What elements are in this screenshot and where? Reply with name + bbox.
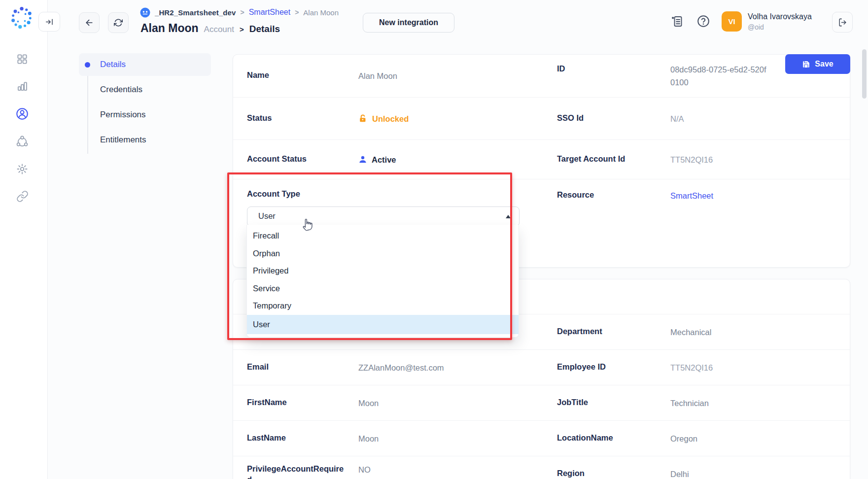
dropdown-option-orphan[interactable]: Orphan xyxy=(247,245,519,263)
field-label-status: Status xyxy=(247,112,358,123)
logout-icon xyxy=(838,18,847,27)
user-avatar[interactable]: VI xyxy=(722,11,742,32)
tab-details[interactable]: Details xyxy=(79,53,211,76)
dropdown-option-privileged[interactable]: Privileged xyxy=(247,262,519,280)
field-value-id-line2: 0100 xyxy=(670,76,766,89)
breadcrumb-separator: > xyxy=(240,8,244,16)
field-value-status: Unlocked xyxy=(372,112,409,125)
save-button[interactable]: Save xyxy=(785,54,850,74)
field-value-sso: N/A xyxy=(670,112,684,125)
user-circle-icon xyxy=(15,107,29,121)
field-label-region: Region xyxy=(557,468,670,479)
dropdown-option-service[interactable]: Service xyxy=(247,280,519,298)
table-row: FirstName Moon JobTitle Technician xyxy=(233,385,850,421)
icon-rail xyxy=(0,0,48,479)
field-value-firstname: Moon xyxy=(358,397,379,410)
grid-icon xyxy=(16,53,29,66)
sidebar-item-reports[interactable] xyxy=(15,79,29,93)
field-value-department: Mechanical xyxy=(670,326,711,339)
field-label-lastname: LastName xyxy=(247,432,358,443)
breadcrumb-resource-link[interactable]: SmartSheet xyxy=(249,8,290,17)
sidebar-item-dashboard[interactable] xyxy=(15,52,29,66)
field-label-employee-id: Employee ID xyxy=(557,361,670,372)
account-type-select[interactable]: User xyxy=(247,206,520,225)
help-button[interactable] xyxy=(696,14,711,29)
table-row: Email ZZAlanMoon@test.com Employee ID TT… xyxy=(233,350,850,385)
dropdown-option-temporary[interactable]: Temporary xyxy=(247,297,519,315)
field-value-resource-link[interactable]: SmartSheet xyxy=(670,189,713,202)
new-integration-button[interactable]: New integration xyxy=(363,13,454,33)
sidebar-item-accounts[interactable] xyxy=(15,107,29,121)
unlock-icon xyxy=(358,114,368,123)
section-title: Details xyxy=(249,24,280,34)
nav-item-label: Permissions xyxy=(100,110,146,120)
app-screen: _HR2_Smartsheet_dev > SmartSheet > Alan … xyxy=(0,0,868,479)
table-row: Name Alan Moon ID 08dc95d8-0725-e5d2-520… xyxy=(233,55,850,98)
sidebar-item-integrations[interactable] xyxy=(15,135,29,148)
collapse-arrow-icon xyxy=(45,17,54,27)
hub-network-icon xyxy=(16,135,29,148)
user-handle: @oid xyxy=(748,23,764,31)
link-icon xyxy=(16,190,29,203)
table-row: PrivilegeAccountRequired NO Region Delhi xyxy=(233,456,850,479)
field-value-email: ZZAlanMoon@test.com xyxy=(358,361,444,374)
field-label-name: Name xyxy=(247,69,358,80)
sidebar-item-links[interactable] xyxy=(15,189,29,203)
field-value-region: Delhi xyxy=(670,468,689,479)
audit-log-button[interactable] xyxy=(669,14,684,29)
refresh-button[interactable] xyxy=(108,12,129,33)
user-name: Volha Ivarovskaya xyxy=(748,12,812,21)
account-name-title: Alan Moon xyxy=(140,22,199,35)
field-label-email: Email xyxy=(247,361,358,372)
tab-credentials[interactable]: Credentials xyxy=(79,78,211,101)
tab-entitlements[interactable]: Entitlements xyxy=(79,129,211,151)
breadcrumb-account: Alan Moon xyxy=(303,8,339,17)
sidebar-item-settings[interactable] xyxy=(15,162,29,176)
field-label-privilege-account-required: PrivilegeAccountRequired xyxy=(247,463,346,479)
integration-badge-icon xyxy=(140,7,150,18)
collapse-sidebar-button[interactable] xyxy=(38,12,60,32)
table-row: Account Status Active Target Account Id … xyxy=(233,140,850,179)
account-context-label: Account xyxy=(204,25,234,34)
back-arrow-icon xyxy=(84,18,94,28)
logout-button[interactable] xyxy=(832,12,853,33)
account-type-selected-value: User xyxy=(258,211,276,221)
field-value-locationname: Oregon xyxy=(670,432,697,445)
refresh-icon xyxy=(114,18,123,27)
account-type-dropdown-list: Firecall Orphan Privileged Service Tempo… xyxy=(246,225,519,338)
field-value-lastname: Moon xyxy=(358,432,379,445)
breadcrumb: _HR2_Smartsheet_dev > SmartSheet > Alan … xyxy=(140,6,339,18)
app-logo-icon xyxy=(9,5,35,31)
table-row: Status Unlocked SSO Id N/A xyxy=(233,98,850,140)
details-sidenav: Details Credentials Permissions Entitlem… xyxy=(79,53,211,151)
floppy-save-icon xyxy=(802,60,810,68)
field-label-id: ID xyxy=(557,63,670,74)
bar-chart-icon xyxy=(16,80,29,93)
table-row: LastName Moon LocationName Oregon xyxy=(233,421,850,456)
help-circle-icon xyxy=(696,14,710,28)
tab-permissions[interactable]: Permissions xyxy=(79,103,211,126)
title-chevron: > xyxy=(240,25,244,34)
field-label-firstname: FirstName xyxy=(247,397,358,408)
nav-item-label: Entitlements xyxy=(100,135,146,145)
field-label-account-status: Account Status xyxy=(247,153,358,164)
field-value-name: Alan Moon xyxy=(358,69,397,82)
field-label-target-account-id: Target Account Id xyxy=(557,153,670,164)
field-label-department: Department xyxy=(557,326,670,337)
save-button-label: Save xyxy=(815,60,833,68)
nav-item-label: Details xyxy=(100,60,126,69)
dropdown-option-user-selected[interactable]: User xyxy=(247,315,519,334)
field-value-employee-id: TT5N2QI16 xyxy=(670,361,713,374)
breadcrumb-integration[interactable]: _HR2_Smartsheet_dev xyxy=(155,8,236,17)
field-value-id-line1: 08dc95d8-0725-e5d2-520f xyxy=(670,63,766,76)
field-label-jobtitle: JobTitle xyxy=(557,397,670,408)
back-button[interactable] xyxy=(79,12,100,33)
person-icon xyxy=(358,155,367,164)
list-document-icon xyxy=(670,15,684,28)
field-value-account-status: Active xyxy=(372,153,396,166)
caret-up-icon xyxy=(506,215,511,218)
active-dot xyxy=(85,62,90,68)
field-label-resource: Resource xyxy=(557,189,670,200)
dropdown-option-firecall[interactable]: Firecall xyxy=(247,227,519,245)
vertical-scrollbar[interactable] xyxy=(862,49,867,99)
